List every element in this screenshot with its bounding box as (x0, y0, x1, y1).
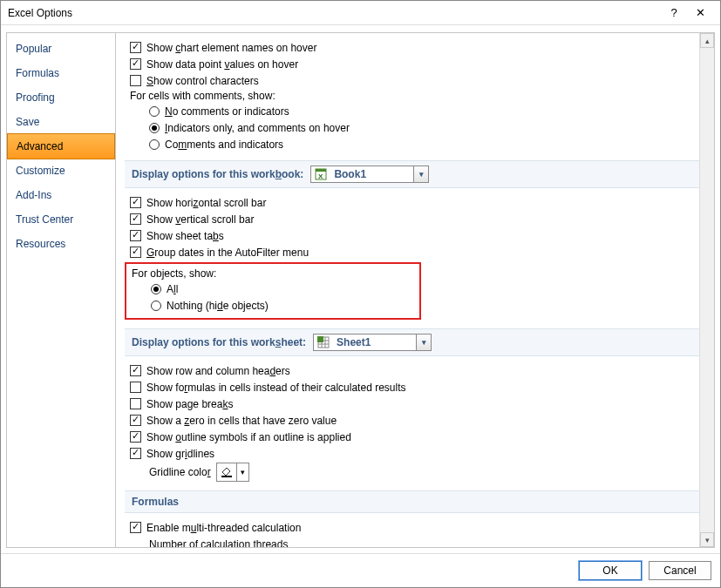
options-panel: Show chart element names on hover Show d… (116, 33, 699, 547)
sidebar-item-addins[interactable]: Add-Ins (7, 183, 115, 207)
svg-text:X: X (318, 172, 323, 180)
chevron-down-icon[interactable]: ▾ (416, 335, 431, 350)
label-group-dates: Group dates in the AutoFilter menu (146, 247, 309, 259)
section-worksheet: Display options for this worksheet: Shee… (125, 328, 699, 356)
vertical-scrollbar[interactable]: ▴ ▾ (699, 33, 714, 547)
dropdown-workbook[interactable]: X Book1 ▾ (310, 166, 429, 183)
checkbox-zero[interactable] (130, 415, 141, 426)
dropdown-worksheet-value: Sheet1 (333, 336, 416, 348)
label-objects-nothing: Nothing (hide objects) (167, 300, 269, 312)
label-chart-names: Show chart element names on hover (146, 42, 316, 54)
label-outline: Show outline symbols if an outline is ap… (146, 431, 351, 443)
radio-no-comments[interactable] (149, 106, 160, 117)
gridline-color-picker[interactable]: ▾ (216, 463, 249, 482)
checkbox-hscroll[interactable] (130, 197, 141, 208)
label-comments-indicators: Comments and indicators (165, 139, 283, 151)
radio-comments-indicators[interactable] (149, 139, 160, 150)
dropdown-worksheet[interactable]: Sheet1 ▾ (313, 334, 432, 351)
sidebar-item-customize[interactable]: Customize (7, 159, 115, 183)
radio-indicators-only[interactable] (149, 123, 160, 133)
checkbox-outline[interactable] (130, 431, 141, 443)
checkbox-control-chars[interactable] (130, 75, 141, 86)
svg-rect-8 (317, 336, 323, 342)
radio-objects-nothing[interactable] (151, 301, 161, 311)
label-data-point: Show data point values on hover (146, 58, 298, 71)
label-gridlines: Show gridlines (146, 448, 214, 460)
titlebar: Excel Options ? ✕ (1, 1, 720, 25)
highlight-objects: For objects, show: All Nothing (hide obj… (125, 262, 421, 320)
checkbox-gridlines[interactable] (130, 448, 141, 459)
sidebar-item-proofing[interactable]: Proofing (7, 85, 115, 110)
scroll-down-icon[interactable]: ▾ (700, 532, 714, 547)
help-button[interactable]: ? (661, 6, 687, 19)
checkbox-row-col[interactable] (130, 365, 141, 376)
sidebar-item-formulas[interactable]: Formulas (7, 61, 115, 85)
label-gridline-color: Gridline color (149, 466, 211, 478)
excel-options-dialog: Excel Options ? ✕ Popular Formulas Proof… (0, 0, 721, 588)
checkbox-chart-names[interactable] (130, 42, 141, 53)
dialog-title: Excel Options (8, 7, 661, 19)
label-comments-show: For cells with comments, show: (125, 90, 699, 102)
sidebar-item-popular[interactable]: Popular (7, 37, 115, 61)
excel-sheet-icon (316, 335, 330, 349)
scroll-up-icon[interactable]: ▴ (700, 33, 714, 48)
ok-button[interactable]: OK (579, 561, 642, 580)
section-formulas: Formulas (125, 490, 699, 513)
label-threads: Number of calculation threads (149, 538, 288, 548)
checkbox-sheet-tabs[interactable] (130, 230, 141, 241)
sidebar-item-trust-center[interactable]: Trust Center (7, 207, 115, 232)
label-no-comments: No comments or indicators (165, 105, 289, 118)
chevron-down-icon[interactable]: ▾ (413, 166, 428, 182)
excel-workbook-icon: X (314, 167, 328, 181)
label-objects-all: All (167, 283, 178, 295)
checkbox-group-dates[interactable] (130, 247, 141, 258)
label-zero: Show a zero in cells that have zero valu… (146, 415, 337, 427)
dialog-footer: OK Cancel (1, 553, 720, 587)
label-row-col: Show row and column headers (146, 365, 290, 377)
label-hscroll: Show horizontal scroll bar (146, 197, 266, 209)
label-objects-show: For objects, show: (126, 267, 419, 280)
checkbox-data-point[interactable] (130, 58, 141, 70)
section-worksheet-label: Display options for this worksheet: (132, 336, 306, 348)
label-control-chars: Show control characters (146, 75, 259, 87)
checkbox-vscroll[interactable] (130, 213, 141, 225)
label-show-formulas: Show formulas in cells instead of their … (146, 382, 405, 394)
dropdown-workbook-value: Book1 (330, 168, 413, 180)
label-indicators-only: Indicators only, and comments on hover (165, 122, 350, 134)
sidebar-item-save[interactable]: Save (7, 110, 115, 134)
chevron-down-icon[interactable]: ▾ (236, 463, 248, 481)
cancel-button[interactable]: Cancel (649, 561, 711, 580)
section-workbook: Display options for this workbook: X Boo… (125, 160, 699, 188)
section-workbook-label: Display options for this workbook: (132, 168, 303, 180)
paint-bucket-icon (217, 465, 236, 479)
scroll-track[interactable] (700, 48, 714, 532)
svg-rect-1 (316, 169, 326, 172)
svg-rect-9 (221, 476, 232, 477)
sidebar-item-resources[interactable]: Resources (7, 232, 115, 256)
checkbox-page-breaks[interactable] (130, 398, 141, 409)
radio-objects-all[interactable] (151, 284, 161, 294)
sidebar: Popular Formulas Proofing Save Advanced … (6, 32, 116, 548)
section-formulas-label: Formulas (132, 496, 179, 508)
label-vscroll: Show vertical scroll bar (146, 213, 254, 226)
checkbox-show-formulas[interactable] (130, 382, 141, 393)
close-button[interactable]: ✕ (687, 6, 713, 19)
label-multithread: Enable multi-threaded calculation (146, 522, 301, 534)
checkbox-multithread[interactable] (130, 522, 141, 533)
label-page-breaks: Show page breaks (146, 398, 233, 410)
label-sheet-tabs: Show sheet tabs (146, 230, 224, 242)
sidebar-item-advanced[interactable]: Advanced (7, 133, 115, 159)
